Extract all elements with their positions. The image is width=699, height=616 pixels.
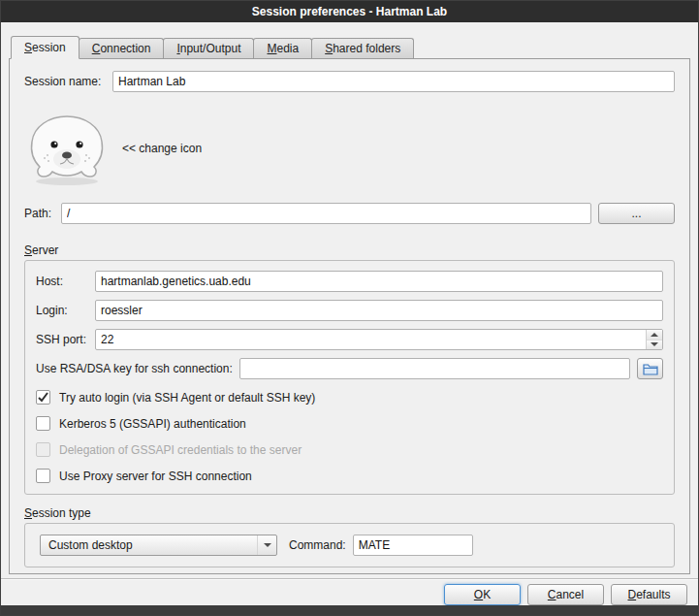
change-icon-label: << change icon xyxy=(122,142,202,155)
tab-input-output[interactable]: Input/Output xyxy=(163,38,254,58)
tab-shared-folders[interactable]: Shared folders xyxy=(311,38,414,58)
session-icon-row: << change icon xyxy=(24,111,675,186)
server-group-frame: Host: Login: SSH port: xyxy=(24,260,675,495)
ssh-port-input[interactable] xyxy=(95,329,663,350)
window-title: Session preferences - Hartman Lab xyxy=(252,5,447,18)
tab-panel-session: Session name: xyxy=(9,58,690,574)
server-group-title: Server xyxy=(24,243,675,257)
window-bottom-edge xyxy=(1,605,698,615)
rsa-key-input[interactable] xyxy=(239,358,630,379)
arrow-down-icon xyxy=(651,342,658,346)
checkbox-box[interactable] xyxy=(36,416,50,431)
dropdown-arrow-zone xyxy=(257,535,276,555)
dialog-button-box: OK Cancel Defaults xyxy=(9,584,690,605)
checkbox-box[interactable] xyxy=(36,469,50,483)
session-name-label: Session name: xyxy=(24,75,112,88)
checkbox-label: Delegation of GSSAPI credentials to the … xyxy=(59,443,302,457)
path-input[interactable] xyxy=(61,203,591,224)
checkbox-label: Try auto login (via SSH Agent or default… xyxy=(59,391,315,405)
host-label: Host: xyxy=(36,275,95,288)
window-titlebar: Session preferences - Hartman Lab xyxy=(1,1,698,22)
session-type-group: Session type Custom desktop Command: xyxy=(24,506,675,567)
seal-icon xyxy=(24,111,110,186)
tab-connection[interactable]: Connection xyxy=(79,38,165,58)
login-input[interactable] xyxy=(95,300,663,321)
checkbox-box xyxy=(36,442,50,457)
checkbox-proxy[interactable]: Use Proxy server for SSH connection xyxy=(36,468,663,484)
login-row: Login: xyxy=(36,300,663,321)
checkbox-gssapi-delegation: Delegation of GSSAPI credentials to the … xyxy=(36,441,663,458)
dialog-body: Session Connection Input/Output Media Sh… xyxy=(1,22,698,605)
host-row: Host: xyxy=(36,271,663,292)
session-preferences-window: Session preferences - Hartman Lab Sessio… xyxy=(0,0,699,616)
ssh-port-spin-buttons xyxy=(646,330,662,349)
checkmark-icon xyxy=(37,391,49,404)
ok-button[interactable]: OK xyxy=(444,584,521,605)
checkbox-label: Use Proxy server for SSH connection xyxy=(59,470,252,483)
session-name-row: Session name: xyxy=(24,71,675,92)
defaults-button[interactable]: Defaults xyxy=(611,584,687,605)
path-row: Path: ... xyxy=(24,203,675,224)
host-input[interactable] xyxy=(95,271,663,292)
arrow-up-icon xyxy=(651,333,658,337)
rsa-key-label: Use RSA/DSA key for ssh connection: xyxy=(36,362,233,375)
command-label: Command: xyxy=(289,538,346,552)
server-group: Server Host: Login: SSH port: xyxy=(24,243,675,495)
session-type-group-title: Session type xyxy=(24,506,675,520)
session-type-dropdown[interactable]: Custom desktop xyxy=(40,535,277,556)
session-type-frame: Custom desktop Command: xyxy=(24,523,675,567)
folder-icon xyxy=(643,363,658,375)
tab-session[interactable]: Session xyxy=(11,36,79,59)
login-label: Login: xyxy=(36,304,95,317)
session-type-selected-value: Custom desktop xyxy=(48,538,257,552)
path-label: Path: xyxy=(24,207,61,220)
tab-bar: Session Connection Input/Output Media Sh… xyxy=(9,35,690,58)
command-input[interactable] xyxy=(353,535,473,556)
rsa-key-row: Use RSA/DSA key for ssh connection: xyxy=(36,358,663,379)
ssh-port-decrement-button[interactable] xyxy=(647,340,662,350)
session-name-input[interactable] xyxy=(112,71,675,92)
checkbox-label: Kerberos 5 (GSSAPI) authentication xyxy=(59,417,246,431)
checkbox-box[interactable] xyxy=(36,390,50,405)
ssh-port-label: SSH port: xyxy=(36,333,95,346)
path-browse-button[interactable]: ... xyxy=(598,203,675,224)
cancel-button[interactable]: Cancel xyxy=(527,584,604,605)
rsa-key-browse-button[interactable] xyxy=(637,358,663,379)
ssh-port-increment-button[interactable] xyxy=(647,330,662,340)
checkbox-kerberos[interactable]: Kerberos 5 (GSSAPI) authentication xyxy=(36,415,663,432)
footer-separator xyxy=(1,578,698,580)
chevron-down-icon xyxy=(264,543,271,547)
checkbox-auto-login[interactable]: Try auto login (via SSH Agent or default… xyxy=(36,389,663,405)
session-icon-button[interactable] xyxy=(24,111,110,186)
ssh-port-spinbox xyxy=(95,329,663,350)
ssh-port-row: SSH port: xyxy=(36,329,663,350)
tab-media[interactable]: Media xyxy=(253,38,312,58)
